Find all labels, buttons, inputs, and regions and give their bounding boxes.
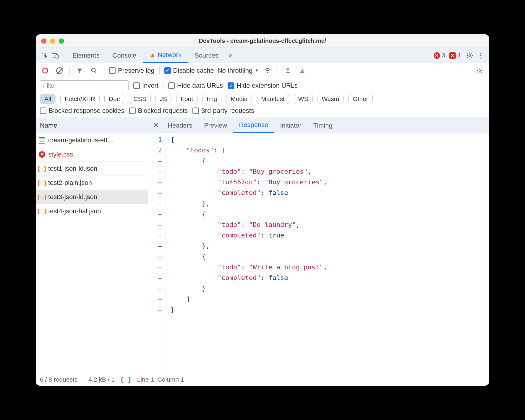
download-har-icon[interactable] [297,65,307,76]
line-gutter: 1 2 – – – – – – – – – – – – – – – [148,134,166,373]
inspect-icon[interactable] [39,50,50,61]
response-body[interactable]: 1 2 – – – – – – – – – – – – – – – [148,133,489,373]
devtools-window: DevTools - cream-gelatinous-effect.glitc… [36,34,489,386]
more-tabs-icon[interactable]: » [225,50,236,61]
record-button[interactable] [40,65,51,76]
request-row[interactable]: {:} test1-json-ld.json [36,162,148,176]
warning-icon: ▲ [149,51,156,59]
dtab-timing[interactable]: Timing [307,118,338,133]
network-conditions-icon[interactable] [262,65,273,76]
svg-rect-2 [56,55,58,58]
type-chip-media[interactable]: Media [226,94,252,104]
hide-extension-urls-checkbox[interactable]: Hide extension URLs [228,82,298,89]
tab-elements[interactable]: Elements [66,48,106,63]
type-chip-manifest[interactable]: Manifest [257,94,289,104]
titlebar: DevTools - cream-gelatinous-effect.glitc… [36,34,489,48]
request-row[interactable]: ✕ style.css [36,147,148,162]
invert-checkbox[interactable]: Invert [133,82,158,89]
json-icon: {:} [39,165,45,172]
issue-count-badge[interactable]: ✕ 1 [449,52,461,59]
kebab-menu-icon[interactable]: ⋮ [475,50,486,61]
type-chip-css[interactable]: CSS [129,94,150,104]
request-row[interactable]: {:} test3-json-ld.json [36,190,148,204]
svg-point-7 [479,70,481,71]
request-list: Name cream-gelatinous-eff… ✕ style.css {… [36,118,148,373]
preserve-log-checkbox[interactable]: Preserve log [109,67,155,74]
type-chip-ws[interactable]: WS [294,94,313,104]
tab-network[interactable]: ▲ Network [143,48,188,63]
checkbox-checked-icon [164,67,171,74]
upload-har-icon[interactable] [283,65,293,76]
filter-bar: Invert Hide data URLs Hide extension URL… [36,78,489,118]
blocked-cookies-checkbox[interactable]: Blocked response cookies [40,107,124,115]
svg-point-4 [92,68,95,72]
type-chip-other[interactable]: Other [348,94,373,104]
main-tab-bar: Elements Console ▲ Network Sources » ✕ 3… [36,48,489,63]
cursor-position: Line 1, Column 1 [137,376,184,383]
type-chip-all[interactable]: All [40,94,56,104]
svg-point-6 [267,72,268,73]
type-chip-wasm[interactable]: Wasm [317,94,344,104]
close-detail-button[interactable]: ✕ [150,121,162,130]
filter-input[interactable] [40,80,129,91]
detail-tab-bar: ✕ Headers Preview Response Initiator Tim… [148,118,489,133]
json-icon: {:} [39,194,45,200]
status-bar: 6 / 8 requests 4.2 kB / 1 { } Line 1, Co… [36,373,489,386]
checkbox-empty-icon [109,67,116,74]
type-chip-font[interactable]: Font [176,94,197,104]
detail-pane: ✕ Headers Preview Response Initiator Tim… [148,118,489,373]
dtab-response[interactable]: Response [233,118,274,133]
filter-icon[interactable] [74,65,85,76]
main-tabs: Elements Console ▲ Network Sources » [66,48,236,63]
content-area: Name cream-gelatinous-eff… ✕ style.css {… [36,118,489,373]
third-party-checkbox[interactable]: 3rd-party requests [192,107,254,115]
type-chip-fetch[interactable]: Fetch/XHR [60,94,100,104]
name-column-header[interactable]: Name [36,118,148,133]
search-icon[interactable] [89,65,99,76]
error-count-badge[interactable]: ✕ 3 [434,52,445,59]
document-icon [39,137,45,144]
type-chip-doc[interactable]: Doc [104,94,124,104]
dtab-preview[interactable]: Preview [198,118,233,133]
code-lines: { "todos": [ { "todo": "Buy groceries", … [166,134,327,373]
device-toolbar-icon[interactable] [50,50,61,61]
disable-cache-checkbox[interactable]: Disable cache [164,67,214,74]
json-icon: {:} [39,208,45,214]
dtab-initiator[interactable]: Initiator [274,118,307,133]
svg-point-3 [469,55,471,56]
svg-line-5 [95,71,96,73]
request-row[interactable]: {:} test2-plain.json [36,176,148,190]
window-title: DevTools - cream-gelatinous-effect.glitc… [41,38,484,44]
badge-area: ✕ 3 ✕ 1 [434,52,461,59]
dtab-headers[interactable]: Headers [162,118,198,133]
hide-data-urls-checkbox[interactable]: Hide data URLs [168,82,223,89]
transfer-size: 4.2 kB / 1 [88,376,115,383]
settings-icon[interactable] [464,50,475,61]
tab-sources[interactable]: Sources [188,48,225,63]
error-icon: ✕ [39,151,45,158]
issue-icon: ✕ [449,52,456,59]
type-chip-js[interactable]: JS [155,94,172,104]
type-chip-img[interactable]: Img [202,94,221,104]
json-icon: {:} [39,180,45,186]
request-row[interactable]: {:} test4-json-hal.json [36,204,148,218]
chevron-down-icon: ▼ [255,68,259,73]
clear-button[interactable] [54,65,65,76]
network-settings-icon[interactable] [474,65,485,76]
error-icon: ✕ [434,52,440,59]
network-toolbar: Preserve log Disable cache No throttling… [36,63,489,78]
pretty-print-icon[interactable]: { } [120,376,132,383]
blocked-requests-checkbox[interactable]: Blocked requests [129,107,188,115]
throttling-dropdown[interactable]: No throttling ▼ [218,67,259,74]
request-row[interactable]: cream-gelatinous-eff… [36,133,148,147]
tab-console[interactable]: Console [106,48,143,63]
request-count: 6 / 8 requests [40,376,77,383]
